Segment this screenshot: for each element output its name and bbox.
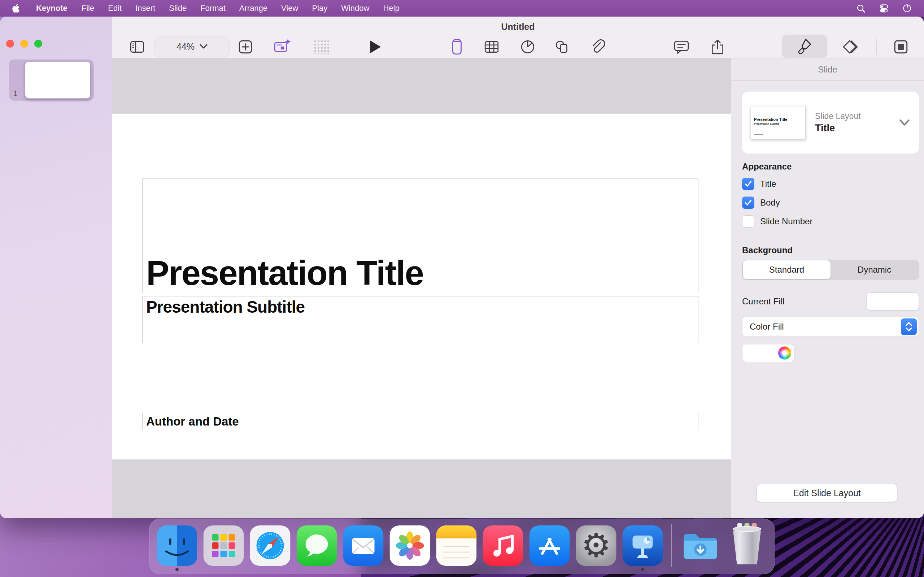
menu-slide[interactable]: Slide	[162, 3, 194, 13]
dock-separator	[671, 524, 672, 567]
share-button[interactable]	[708, 37, 727, 56]
format-button[interactable]	[782, 35, 827, 58]
slide-navigator: 1	[0, 16, 112, 518]
insert-media-button[interactable]	[588, 37, 607, 56]
control-center-icon[interactable]	[879, 3, 889, 14]
menu-play[interactable]: Play	[305, 3, 334, 13]
document-button[interactable]	[892, 37, 910, 56]
chevron-down-icon	[200, 44, 208, 49]
gear-icon: ⚙	[581, 529, 611, 562]
menu-window[interactable]: Window	[334, 3, 376, 13]
dock-photos-icon[interactable]	[390, 525, 430, 566]
current-fill-swatch[interactable]	[867, 292, 919, 311]
menu-insert[interactable]: Insert	[129, 3, 162, 13]
slide-number-option-row[interactable]: Slide Number	[742, 213, 813, 229]
slide-1-thumbnail[interactable]	[25, 62, 90, 98]
dock-safari-icon[interactable]	[250, 525, 291, 566]
window-title: Untitled	[112, 22, 924, 32]
dock-keynote-icon[interactable]	[623, 525, 663, 566]
slide-number-checkbox[interactable]	[742, 215, 754, 227]
subtitle-placeholder[interactable]: Presentation Subtitle	[142, 296, 698, 343]
inspector-header: Slide	[731, 58, 924, 81]
menu-view[interactable]: View	[274, 3, 305, 13]
color-picker-button[interactable]	[775, 344, 794, 362]
play-icon	[370, 40, 381, 53]
magic-format-button[interactable]	[273, 37, 292, 56]
slide-thumbnail-selected[interactable]: 1	[9, 60, 94, 101]
dock-launchpad-icon[interactable]	[204, 525, 244, 566]
play-button[interactable]	[365, 37, 383, 56]
slide-number: 1	[13, 89, 18, 98]
apple-icon	[11, 3, 22, 14]
desktop: Keynote File Edit Insert Slide Format Ar…	[0, 0, 924, 577]
menu-help[interactable]: Help	[376, 3, 406, 13]
clock-icon[interactable]	[901, 3, 913, 14]
insert-text-button[interactable]	[447, 37, 466, 56]
animate-button[interactable]	[840, 37, 859, 56]
dock: ⚙	[149, 519, 775, 574]
comment-button[interactable]	[672, 37, 691, 56]
dock-notes-icon[interactable]	[436, 525, 477, 566]
slide-layout-label: Slide Layout	[815, 111, 861, 121]
menu-arrange[interactable]: Arrange	[233, 3, 274, 13]
dock-trash-icon[interactable]	[727, 525, 767, 566]
segment-dynamic[interactable]: Dynamic	[830, 260, 918, 279]
fill-color-swatch[interactable]	[743, 344, 775, 362]
menu-bar: Keynote File Edit Insert Slide Format Ar…	[0, 0, 924, 16]
fill-color-well[interactable]	[742, 344, 795, 362]
background-segmented-control: Standard Dynamic	[742, 259, 919, 280]
dock-music-icon[interactable]	[483, 525, 523, 566]
apple-menu[interactable]	[9, 3, 29, 14]
stepper-icon	[901, 318, 917, 335]
toolbar-separator	[876, 39, 877, 55]
search-icon[interactable]	[855, 3, 866, 14]
keynote-window: 1 Untitled 44%	[0, 16, 924, 518]
title-placeholder[interactable]: Presentation Title	[142, 179, 698, 293]
author-placeholder[interactable]: Author and Date	[142, 413, 698, 430]
add-slide-button[interactable]	[236, 37, 255, 56]
slide-editor[interactable]: Presentation Title Presentation Subtitle…	[112, 114, 731, 459]
menu-file[interactable]: File	[75, 3, 101, 13]
menu-format[interactable]: Format	[194, 3, 233, 13]
insert-table-button[interactable]	[482, 37, 501, 56]
close-button[interactable]	[6, 40, 14, 48]
body-option-row[interactable]: Body	[742, 195, 780, 211]
dock-app-store-icon[interactable]	[530, 525, 570, 566]
dock-messages-icon[interactable]	[297, 525, 337, 566]
dock-finder-icon[interactable]	[157, 525, 197, 566]
zoom-value: 44%	[176, 42, 195, 52]
body-option-label: Body	[760, 198, 780, 208]
view-options-button[interactable]	[128, 37, 147, 56]
slide-layout-card[interactable]: Presentation Title Presentation Subtitle…	[742, 92, 919, 154]
title-option-row[interactable]: Title	[742, 176, 776, 192]
body-checkbox[interactable]	[742, 197, 754, 209]
appearance-label: Appearance	[742, 161, 792, 172]
zoom-control[interactable]: 44%	[155, 36, 229, 57]
title-checkbox[interactable]	[742, 178, 754, 190]
dock-downloads-icon[interactable]	[680, 525, 721, 566]
dock-mail-icon[interactable]	[343, 525, 384, 566]
menu-edit[interactable]: Edit	[101, 3, 129, 13]
title-option-label: Title	[760, 179, 776, 189]
layout-thumb-author-line	[754, 134, 763, 135]
insert-shape-button[interactable]	[553, 37, 572, 56]
slide-layout-value: Title	[815, 122, 861, 134]
toolbar: Untitled 44%	[112, 16, 924, 58]
minimize-button[interactable]	[20, 40, 28, 48]
menu-app-name[interactable]: Keynote	[29, 3, 75, 13]
zoom-window-button[interactable]	[34, 40, 42, 48]
trash-basket	[730, 527, 764, 564]
guides-grid-button[interactable]	[313, 37, 331, 56]
insert-chart-button[interactable]	[518, 37, 537, 56]
fill-type-dropdown[interactable]: Color Fill	[742, 317, 919, 337]
background-label: Background	[742, 245, 793, 255]
chevron-down-icon[interactable]	[899, 119, 910, 127]
layout-thumbnail: Presentation Title Presentation Subtitle	[751, 106, 806, 139]
layout-thumb-title: Presentation Title	[754, 117, 787, 121]
dock-system-settings-icon[interactable]: ⚙	[576, 525, 617, 566]
paintbrush-icon	[796, 38, 813, 55]
grid-dots-icon	[313, 40, 330, 54]
segment-standard[interactable]: Standard	[743, 260, 830, 279]
edit-slide-layout-button[interactable]: Edit Slide Layout	[756, 484, 897, 502]
inspector-panel: Slide Presentation Title Presentation Su…	[731, 58, 924, 518]
